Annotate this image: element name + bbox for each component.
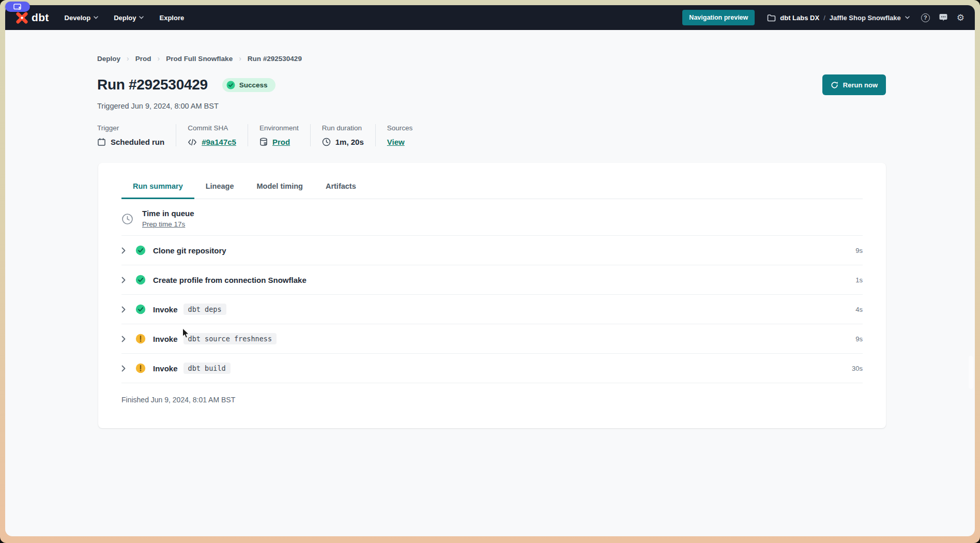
- calendar-icon: [97, 138, 106, 146]
- sources-view-link[interactable]: View: [387, 138, 405, 146]
- step-duration: 9s: [855, 247, 863, 254]
- prep-time-link[interactable]: Prep time 17s: [142, 220, 185, 228]
- meta-trigger: Trigger Scheduled run: [97, 124, 176, 146]
- top-navbar: dbt Develop Deploy Explore Navigation pr…: [5, 5, 975, 30]
- code-icon: [188, 139, 197, 146]
- breadcrumb-separator-icon: ›: [239, 54, 241, 63]
- help-icon[interactable]: ?: [921, 13, 930, 22]
- rerun-now-button[interactable]: Rerun now: [822, 74, 886, 95]
- step-duration: 1s: [855, 276, 863, 284]
- page-title: Run #292530429: [97, 77, 208, 93]
- folder-icon: [767, 14, 776, 22]
- breadcrumb-job[interactable]: Prod Full Snowflake: [166, 55, 233, 63]
- chevron-down-icon: [905, 16, 910, 19]
- meta-environment: Environment Prod: [248, 124, 310, 146]
- tab-bar: Run summary Lineage Model timing Artifac…: [121, 163, 863, 199]
- expand-chevron-icon[interactable]: [121, 336, 128, 342]
- database-icon: [259, 138, 268, 146]
- success-icon: [135, 275, 146, 285]
- step-duration: 30s: [852, 365, 863, 372]
- scrollbar-thumb[interactable]: [969, 356, 973, 389]
- dbt-logo[interactable]: dbt: [16, 11, 49, 24]
- environment-link[interactable]: Prod: [272, 138, 290, 146]
- nav-menu-deploy[interactable]: Deploy: [114, 14, 144, 22]
- warning-icon: [135, 334, 146, 344]
- code-chip: dbt source freshness: [183, 333, 277, 344]
- success-icon: [135, 304, 146, 314]
- tab-artifacts[interactable]: Artifacts: [314, 176, 368, 199]
- finished-timestamp: Finished Jun 9, 2024, 8:01 AM BST: [121, 383, 863, 404]
- settings-icon[interactable]: ⚙: [957, 13, 964, 22]
- step-row-create-profile[interactable]: Create profile from connection Snowflake…: [121, 265, 863, 294]
- success-check-icon: [226, 81, 235, 89]
- meta-sources: Sources View: [375, 124, 424, 146]
- run-title-row: Run #292530429 Success Rerun now: [97, 74, 886, 95]
- chevron-down-icon: [139, 16, 144, 19]
- step-row-dbt-deps[interactable]: Invoke dbt deps 4s: [121, 294, 863, 324]
- triggered-timestamp: Triggered Jun 9, 2024, 8:00 AM BST: [97, 102, 219, 110]
- mouse-cursor: [182, 328, 191, 339]
- run-duration-value: 1m, 20s: [335, 138, 364, 146]
- commit-sha-link[interactable]: #9a147c5: [202, 138, 236, 146]
- account-name: dbt Labs DX: [780, 14, 819, 22]
- status-badge-label: Success: [239, 81, 268, 89]
- account-switcher[interactable]: dbt Labs DX / Jaffle Shop Snowflake: [767, 14, 909, 22]
- meta-commit-sha: Commit SHA #9a147c5: [176, 124, 248, 146]
- breadcrumb-deploy[interactable]: Deploy: [97, 55, 120, 63]
- step-row-dbt-source-freshness[interactable]: Invoke dbt source freshness 9s: [121, 324, 863, 353]
- breadcrumb-separator-icon: ›: [127, 54, 129, 63]
- breadcrumb-prod[interactable]: Prod: [135, 55, 151, 63]
- trigger-value: Scheduled run: [111, 138, 164, 146]
- chevron-down-icon: [94, 16, 98, 19]
- nav-menu-develop[interactable]: Develop: [65, 14, 99, 22]
- clock-icon: [322, 138, 331, 146]
- status-badge: Success: [222, 78, 275, 92]
- account-separator: /: [823, 14, 825, 22]
- nav-menu-explore[interactable]: Explore: [159, 14, 184, 22]
- dbt-logo-text: dbt: [32, 11, 49, 24]
- refresh-icon: [831, 81, 838, 89]
- run-meta-row: Trigger Scheduled run Commit SHA: [97, 124, 424, 146]
- queue-title: Time in queue: [142, 209, 194, 218]
- step-row-clone-git[interactable]: Clone git repository 9s: [121, 235, 863, 265]
- success-icon: [135, 245, 146, 255]
- breadcrumb: Deploy › Prod › Prod Full Snowflake › Ru…: [97, 54, 302, 63]
- code-chip: dbt deps: [183, 304, 226, 315]
- navigation-preview-button[interactable]: Navigation preview: [682, 10, 755, 25]
- run-summary-card: Run summary Lineage Model timing Artifac…: [98, 163, 886, 428]
- step-duration: 4s: [855, 306, 863, 313]
- screen-frame: dbt Develop Deploy Explore Navigation pr…: [0, 0, 980, 543]
- breadcrumb-run[interactable]: Run #292530429: [248, 55, 302, 63]
- breadcrumb-separator-icon: ›: [157, 54, 160, 63]
- feedback-icon[interactable]: [939, 13, 948, 22]
- step-row-dbt-build[interactable]: Invoke dbt build 30s: [121, 353, 863, 383]
- screen-share-icon: [13, 4, 22, 10]
- code-chip: dbt build: [183, 363, 231, 374]
- dbt-logo-icon: [16, 11, 28, 24]
- warning-icon: [135, 363, 146, 373]
- expand-chevron-icon[interactable]: [121, 247, 128, 254]
- tab-run-summary[interactable]: Run summary: [121, 176, 194, 199]
- expand-chevron-icon[interactable]: [121, 365, 128, 372]
- navbar-icon-group: ? ⚙: [921, 13, 964, 22]
- tab-model-timing[interactable]: Model timing: [246, 176, 314, 199]
- tab-lineage[interactable]: Lineage: [194, 176, 246, 199]
- step-duration: 9s: [855, 335, 863, 343]
- app-window: dbt Develop Deploy Explore Navigation pr…: [5, 5, 975, 536]
- time-in-queue-row: Time in queue Prep time 17s: [121, 199, 863, 235]
- run-detail-page: Deploy › Prod › Prod Full Snowflake › Ru…: [5, 30, 975, 536]
- timer-icon: [121, 213, 133, 225]
- project-name: Jaffle Shop Snowflake: [830, 14, 901, 22]
- meta-run-duration: Run duration 1m, 20s: [310, 124, 375, 146]
- browser-profile-pill[interactable]: [5, 2, 30, 12]
- expand-chevron-icon[interactable]: [121, 306, 128, 313]
- expand-chevron-icon[interactable]: [121, 277, 128, 283]
